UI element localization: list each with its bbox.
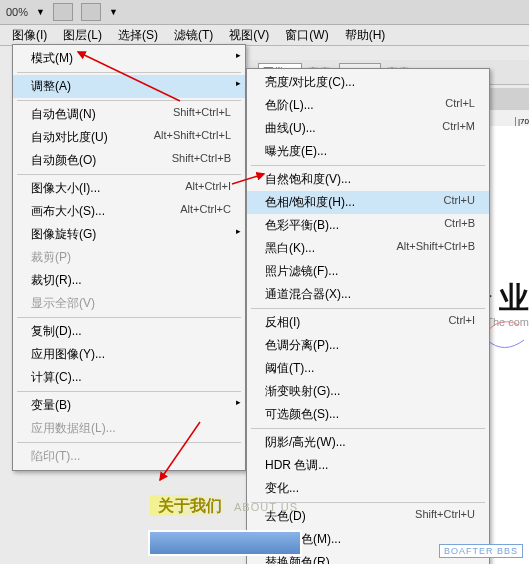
menu-item-label: 自然饱和度(V)... (265, 171, 351, 188)
menu-item[interactable]: 通道混合器(X)... (247, 283, 489, 306)
menu-item[interactable]: 渐变映射(G)... (247, 380, 489, 403)
menu-item[interactable]: HDR 色调... (247, 454, 489, 477)
menu-item-label: 图像旋转(G) (31, 226, 96, 243)
menu-item-label: 色阶(L)... (265, 97, 314, 114)
menu-item-label: 色相/饱和度(H)... (265, 194, 355, 211)
menu-item-label: 照片滤镜(F)... (265, 263, 338, 280)
menu-image[interactable]: 图像(I) (4, 25, 55, 46)
menu-item[interactable]: 曝光度(E)... (247, 140, 489, 163)
menu-item-shortcut: Ctrl+M (442, 120, 475, 137)
watermark: BOAFTER BBS (439, 544, 523, 558)
menu-separator (17, 442, 241, 443)
menu-item-label: 复制(D)... (31, 323, 82, 340)
menu-view[interactable]: 视图(V) (221, 25, 277, 46)
menu-item[interactable]: 阴影/高光(W)... (247, 431, 489, 454)
menu-item[interactable]: 图像大小(I)...Alt+Ctrl+I (13, 177, 245, 200)
menu-item-label: 通道混合器(X)... (265, 286, 351, 303)
menu-item[interactable]: 色彩平衡(B)...Ctrl+B (247, 214, 489, 237)
menu-item[interactable]: 裁切(R)... (13, 269, 245, 292)
menu-item-label: 变化... (265, 480, 299, 497)
menu-item: 应用数据组(L)... (13, 417, 245, 440)
menu-item[interactable]: 画布大小(S)...Alt+Ctrl+C (13, 200, 245, 223)
menu-item[interactable]: 曲线(U)...Ctrl+M (247, 117, 489, 140)
menu-item[interactable]: 反相(I)Ctrl+I (247, 311, 489, 334)
menu-item-label: 曲线(U)... (265, 120, 316, 137)
menu-item-shortcut: Ctrl+B (444, 217, 475, 234)
menu-separator (251, 428, 485, 429)
menu-separator (17, 391, 241, 392)
chevron-down-icon[interactable]: ▼ (109, 7, 118, 17)
menu-item-label: 变量(B) (31, 397, 71, 414)
adjustments-submenu: 亮度/对比度(C)...色阶(L)...Ctrl+L曲线(U)...Ctrl+M… (246, 68, 490, 564)
menu-item-label: 画布大小(S)... (31, 203, 105, 220)
menu-item-shortcut: Shift+Ctrl+B (172, 152, 231, 169)
menu-item-shortcut: Alt+Ctrl+C (180, 203, 231, 220)
menu-item[interactable]: 计算(C)... (13, 366, 245, 389)
menu-item[interactable]: 图像旋转(G) (13, 223, 245, 246)
about-cn: 关于我们 (150, 495, 230, 516)
menu-item-shortcut: Ctrl+I (448, 314, 475, 331)
menu-item-label: 模式(M) (31, 50, 73, 67)
menu-item[interactable]: 黑白(K)...Alt+Shift+Ctrl+B (247, 237, 489, 260)
menu-select[interactable]: 选择(S) (110, 25, 166, 46)
menu-item-shortcut: Alt+Shift+Ctrl+B (396, 240, 475, 257)
screen-mode-icon[interactable] (81, 3, 101, 21)
menu-item-label: 自动色调(N) (31, 106, 96, 123)
menu-item[interactable]: 应用图像(Y)... (13, 343, 245, 366)
menu-item-label: 曝光度(E)... (265, 143, 327, 160)
thumbnail-image (148, 530, 302, 556)
menu-item[interactable]: 色阶(L)...Ctrl+L (247, 94, 489, 117)
menu-item[interactable]: 色相/饱和度(H)...Ctrl+U (247, 191, 489, 214)
menu-item[interactable]: 自动色调(N)Shift+Ctrl+L (13, 103, 245, 126)
menu-item[interactable]: 自动颜色(O)Shift+Ctrl+B (13, 149, 245, 172)
about-en: ABOUT US (234, 501, 298, 513)
menu-item[interactable]: 自然饱和度(V)... (247, 168, 489, 191)
menu-item[interactable]: 复制(D)... (13, 320, 245, 343)
menu-item-label: 自动颜色(O) (31, 152, 96, 169)
about-us-heading: 关于我们ABOUT US (150, 496, 298, 517)
menu-item: 显示全部(V) (13, 292, 245, 315)
menu-item[interactable]: 自动对比度(U)Alt+Shift+Ctrl+L (13, 126, 245, 149)
menu-bar: 图像(I) 图层(L) 选择(S) 滤镜(T) 视图(V) 窗口(W) 帮助(H… (0, 25, 529, 46)
menu-item-label: 可选颜色(S)... (265, 406, 339, 423)
menu-help[interactable]: 帮助(H) (337, 25, 394, 46)
menu-item[interactable]: 亮度/对比度(C)... (247, 71, 489, 94)
menu-item[interactable]: 照片滤镜(F)... (247, 260, 489, 283)
menu-separator (251, 165, 485, 166)
menu-item[interactable]: 可选颜色(S)... (247, 403, 489, 426)
chevron-down-icon[interactable]: ▼ (36, 7, 45, 17)
menu-item[interactable]: 色调分离(P)... (247, 334, 489, 357)
image-menu-dropdown: 模式(M)调整(A)自动色调(N)Shift+Ctrl+L自动对比度(U)Alt… (12, 44, 246, 471)
menu-item[interactable]: 阈值(T)... (247, 357, 489, 380)
menu-item-label: 阈值(T)... (265, 360, 314, 377)
menu-item-label: 调整(A) (31, 78, 71, 95)
menu-item-shortcut: Shift+Ctrl+U (415, 508, 475, 525)
menu-separator (17, 100, 241, 101)
menu-item-label: 自动对比度(U) (31, 129, 108, 146)
hand-tool-icon[interactable] (53, 3, 73, 21)
menu-item: 裁剪(P) (13, 246, 245, 269)
menu-item-label: 应用数据组(L)... (31, 420, 116, 437)
menu-window[interactable]: 窗口(W) (277, 25, 336, 46)
menu-separator (17, 174, 241, 175)
menu-item-label: 陷印(T)... (31, 448, 80, 465)
menu-separator (17, 72, 241, 73)
menu-filter[interactable]: 滤镜(T) (166, 25, 221, 46)
menu-item-label: 阴影/高光(W)... (265, 434, 346, 451)
menu-item-label: HDR 色调... (265, 457, 328, 474)
menu-separator (17, 317, 241, 318)
menu-item-label: 渐变映射(G)... (265, 383, 340, 400)
menu-item-label: 计算(C)... (31, 369, 82, 386)
menu-item[interactable]: 模式(M) (13, 47, 245, 70)
menu-item[interactable]: 变量(B) (13, 394, 245, 417)
menu-item-label: 黑白(K)... (265, 240, 315, 257)
menu-item-label: 裁切(R)... (31, 272, 82, 289)
menu-item-label: 图像大小(I)... (31, 180, 100, 197)
menu-item-label: 显示全部(V) (31, 295, 95, 312)
menu-item-label: 色彩平衡(B)... (265, 217, 339, 234)
menu-item-shortcut: Alt+Ctrl+I (185, 180, 231, 197)
menu-separator (251, 308, 485, 309)
menu-item[interactable]: 调整(A) (13, 75, 245, 98)
menu-layer[interactable]: 图层(L) (55, 25, 110, 46)
zoom-level: 00% (6, 6, 28, 18)
